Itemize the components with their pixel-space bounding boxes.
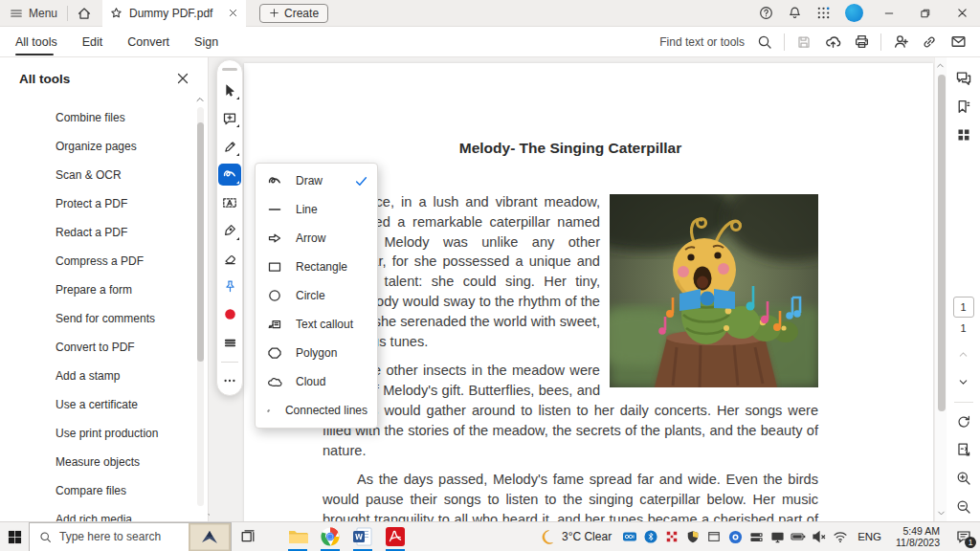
thumbnails-panel-button[interactable] (952, 124, 975, 147)
scroll-down-icon[interactable] (936, 508, 947, 518)
tab-all-tools[interactable]: All tools (15, 27, 57, 57)
file-explorer-button[interactable] (281, 522, 314, 551)
close-tab-icon[interactable] (228, 8, 238, 18)
more-tools-button[interactable] (218, 370, 241, 392)
notifications-button[interactable] (780, 0, 809, 27)
find-label[interactable]: Find text or tools (659, 35, 745, 49)
menu-button[interactable]: Menu (0, 0, 67, 27)
sidebar-scrollbar[interactable] (194, 94, 206, 521)
sidebar-item-measure-objects[interactable]: Measure objects (0, 448, 192, 476)
fit-page-button[interactable] (952, 439, 975, 462)
weather-widget[interactable]: 3°C Clear (541, 529, 612, 545)
sidebar-item-organize-pages[interactable]: Organize pages (0, 132, 192, 161)
close-window-button[interactable] (944, 0, 980, 27)
strip-drag-handle[interactable] (222, 68, 237, 71)
volume-muted-tray-icon[interactable] (809, 522, 830, 551)
sidebar-item-scan-ocr[interactable]: Scan & OCR (0, 161, 192, 189)
next-page-button[interactable] (952, 371, 975, 394)
create-button[interactable]: Create (259, 4, 328, 23)
menu-item-circle[interactable]: Circle (256, 281, 377, 310)
language-indicator[interactable]: ENG (851, 531, 888, 542)
box-tray-icon[interactable] (619, 522, 640, 551)
email-button[interactable] (944, 30, 972, 55)
upload-cloud-button[interactable] (818, 30, 847, 55)
sidebar-item-protect-pdf[interactable]: Protect a PDF (0, 189, 192, 218)
sidebar-item-combine-files[interactable]: Combine files (0, 103, 192, 132)
pin-tool-button[interactable] (218, 276, 241, 298)
chrome-button[interactable] (314, 522, 346, 551)
highlight-tool-button[interactable] (218, 135, 241, 157)
sidebar-item-add-rich-media[interactable]: Add rich media (0, 505, 192, 521)
close-panel-icon[interactable] (175, 71, 190, 86)
taskbar-search[interactable]: Type here to search (29, 522, 232, 551)
record-color-button[interactable] (218, 303, 241, 325)
thickness-button[interactable] (218, 331, 241, 353)
apps-button[interactable] (809, 0, 837, 27)
menu-item-draw[interactable]: Draw (256, 166, 377, 195)
star-icon[interactable] (110, 7, 122, 19)
sidebar-item-compare-files[interactable]: Compare files (0, 476, 192, 505)
search-button[interactable] (750, 30, 779, 55)
comments-panel-button[interactable] (952, 67, 975, 90)
draw-tool-button[interactable] (218, 164, 241, 186)
rotate-page-button[interactable] (952, 410, 975, 433)
erase-tool-button[interactable] (218, 248, 241, 270)
menu-item-polygon[interactable]: Polygon (256, 339, 377, 367)
wifi-tray-icon[interactable] (830, 522, 851, 551)
sidebar-item-print-production[interactable]: Use print production (0, 419, 192, 448)
menu-item-cloud[interactable]: Cloud (256, 367, 377, 396)
save-button[interactable] (790, 30, 818, 55)
share-button[interactable] (886, 30, 915, 55)
scroll-up-icon[interactable] (935, 60, 946, 71)
sidebar-item-compress-pdf[interactable]: Compress a PDF (0, 247, 192, 276)
tab-edit[interactable]: Edit (82, 27, 103, 57)
scroll-thumb[interactable] (197, 122, 204, 362)
restore-button[interactable] (907, 0, 944, 27)
zoom-out-button[interactable] (952, 496, 975, 518)
word-button[interactable] (346, 522, 379, 551)
add-comment-button[interactable] (218, 107, 241, 129)
monitor-tray-icon[interactable] (767, 522, 788, 551)
grid-tray-icon[interactable] (661, 522, 682, 551)
menu-item-rectangle[interactable]: Rectangle (256, 253, 377, 281)
search-highlight-art[interactable] (189, 523, 231, 551)
tab-sign[interactable]: Sign (194, 27, 218, 57)
menu-item-arrow[interactable]: Arrow (256, 224, 377, 253)
start-button[interactable] (0, 522, 29, 551)
link-button[interactable] (915, 30, 944, 55)
sidebar-item-add-stamp[interactable]: Add a stamp (0, 362, 192, 390)
add-text-button[interactable] (218, 191, 241, 213)
bookmarks-panel-button[interactable] (952, 96, 975, 119)
sidebar-item-redact-pdf[interactable]: Redact a PDF (0, 218, 192, 247)
print-button[interactable] (847, 30, 876, 55)
menu-item-connected-lines[interactable]: Connected lines (256, 396, 377, 425)
help-button[interactable] (751, 0, 780, 27)
shield-tray-icon[interactable] (682, 522, 703, 551)
select-tool-button[interactable] (218, 79, 241, 101)
bluetooth-tray-icon[interactable] (640, 522, 661, 551)
home-button[interactable] (68, 0, 100, 27)
scroll-thumb[interactable] (938, 75, 946, 411)
sync-tray-icon[interactable] (724, 522, 746, 551)
tab-convert[interactable]: Convert (127, 27, 169, 57)
scroll-up-icon[interactable] (194, 94, 206, 105)
storage-tray-icon[interactable] (746, 522, 767, 551)
page-number-box[interactable]: 1 (953, 297, 974, 318)
task-view-button[interactable] (232, 522, 264, 551)
sidebar-item-use-certificate[interactable]: Use a certificate (0, 390, 192, 419)
previous-page-button[interactable] (952, 342, 975, 365)
acrobat-button[interactable] (379, 522, 412, 551)
fill-sign-button[interactable] (218, 219, 241, 241)
avatar[interactable] (845, 4, 863, 22)
sidebar-item-prepare-form[interactable]: Prepare a form (0, 276, 192, 304)
menu-item-text-callout[interactable]: Text callout (256, 310, 377, 339)
window-tray-icon[interactable] (703, 522, 724, 551)
sidebar-item-convert-pdf[interactable]: Convert to PDF (0, 333, 192, 362)
sidebar-item-send-comments[interactable]: Send for comments (0, 304, 192, 333)
minimize-button[interactable] (871, 0, 907, 27)
battery-tray-icon[interactable] (788, 522, 809, 551)
document-tab[interactable]: Dummy PDF.pdf (102, 0, 246, 27)
notification-center-button[interactable]: 1 (947, 522, 980, 551)
document-scrollbar[interactable] (934, 57, 947, 521)
clock[interactable]: 5:49 AM 11/8/2023 (888, 525, 947, 548)
